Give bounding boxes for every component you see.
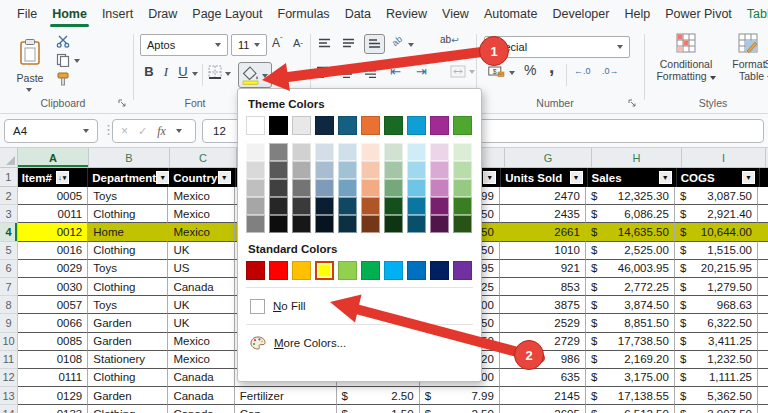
cell-item[interactable]: 0011: [18, 205, 88, 223]
fill-color-dropdown-chevron[interactable]: [262, 74, 268, 78]
ribbon-tab[interactable]: Developer: [550, 3, 611, 25]
standard-color-swatch[interactable]: [269, 261, 288, 280]
cell-cogs[interactable]: $6,322.50: [675, 314, 758, 332]
cell-country[interactable]: UK: [168, 314, 234, 332]
cell-units[interactable]: 3875: [500, 296, 586, 314]
ribbon-tab[interactable]: View: [440, 3, 471, 25]
cell-item[interactable]: 0085: [18, 333, 88, 351]
theme-variant-swatch[interactable]: [453, 161, 472, 179]
theme-variant-swatch[interactable]: [315, 179, 334, 197]
header-cell-units[interactable]: Units Sold ▼: [501, 168, 587, 187]
theme-variant-swatch[interactable]: [315, 161, 334, 179]
row-header[interactable]: 10: [0, 333, 18, 351]
cell-department[interactable]: Toys: [88, 187, 168, 205]
row-header[interactable]: 9: [0, 314, 18, 332]
header-cell-item[interactable]: Item# ↓▾: [18, 168, 88, 187]
grow-font-button[interactable]: Aˆ: [272, 36, 283, 50]
underline-dropdown-chevron[interactable]: [192, 72, 198, 76]
header-cell-country[interactable]: Country ▼: [169, 168, 235, 187]
ribbon-tab[interactable]: Draw: [146, 3, 179, 25]
cell-sales[interactable]: $12,325.30: [586, 187, 675, 205]
bold-button[interactable]: B: [142, 64, 156, 79]
cell-units[interactable]: 1010: [500, 242, 586, 260]
cell-styles-button-clipped[interactable]: S: [762, 58, 768, 70]
paste-dropdown-chevron[interactable]: [26, 88, 32, 92]
comma-style-button[interactable]: ,: [549, 56, 554, 78]
cell-item[interactable]: 0108: [18, 351, 88, 369]
theme-variant-swatch[interactable]: [430, 197, 449, 215]
cell-item[interactable]: 0057: [18, 296, 88, 314]
cell-item[interactable]: 0005: [18, 187, 88, 205]
cell-units[interactable]: 2470: [500, 187, 586, 205]
merge-dropdown-chevron[interactable]: [469, 70, 475, 74]
row-header[interactable]: 2: [0, 187, 18, 205]
accounting-format-button[interactable]: $: [488, 66, 505, 79]
cell-sales[interactable]: $2,772.25: [586, 278, 675, 296]
cell-units[interactable]: 921: [500, 260, 586, 278]
standard-color-swatch[interactable]: [407, 261, 426, 280]
theme-variant-swatch[interactable]: [430, 215, 449, 233]
cell-units[interactable]: 2729: [500, 333, 586, 351]
theme-color-swatch[interactable]: [384, 116, 403, 135]
cell-department[interactable]: Toys: [88, 296, 168, 314]
cell-units[interactable]: 635: [500, 369, 586, 387]
underline-button[interactable]: U: [177, 64, 189, 79]
theme-variant-swatch[interactable]: [407, 215, 426, 233]
accounting-dropdown-chevron[interactable]: [509, 71, 515, 75]
standard-color-swatch[interactable]: [430, 261, 449, 280]
filter-icon[interactable]: ▼: [483, 171, 496, 184]
cell-country[interactable]: Mexico: [168, 187, 234, 205]
cell-department[interactable]: Clothing: [88, 242, 168, 260]
cell-units[interactable]: 2529: [500, 314, 586, 332]
ribbon-tab[interactable]: Review: [384, 3, 429, 25]
cell-cogs[interactable]: $1,111.25: [675, 369, 758, 387]
cell-department[interactable]: Stationery: [88, 351, 168, 369]
paste-button[interactable]: [10, 32, 50, 72]
cell-units[interactable]: 2435: [500, 205, 586, 223]
ribbon-tab[interactable]: Help: [622, 3, 652, 25]
ribbon-tab[interactable]: Data: [343, 3, 373, 25]
cell-country[interactable]: Mexico: [168, 333, 234, 351]
cell-country[interactable]: UK: [168, 296, 234, 314]
theme-variant-swatch[interactable]: [430, 143, 449, 161]
theme-variant-swatch[interactable]: [269, 197, 288, 215]
cell-department[interactable]: Home: [88, 223, 168, 241]
cell-cogs[interactable]: $3,411.25: [675, 333, 758, 351]
cut-button[interactable]: [56, 35, 70, 48]
fill-color-button[interactable]: [238, 62, 272, 88]
sort-filter-icon[interactable]: ↓▾: [56, 171, 69, 184]
theme-variant-swatch[interactable]: [269, 179, 288, 197]
name-box[interactable]: A4: [4, 119, 98, 143]
header-cell-cogs[interactable]: COGS ▼: [677, 168, 760, 187]
theme-variant-swatch[interactable]: [361, 179, 380, 197]
ribbon-tab[interactable]: Home: [50, 3, 89, 25]
cancel-icon[interactable]: ×: [121, 124, 128, 138]
cell-country[interactable]: Mexico: [168, 223, 234, 241]
cell-department[interactable]: Clothing: [88, 205, 168, 223]
cell-cogs[interactable]: $3,087.50: [675, 187, 758, 205]
borders-dropdown-chevron[interactable]: [225, 72, 231, 76]
cell-item[interactable]: 0016: [18, 242, 88, 260]
filter-icon[interactable]: ▼: [156, 171, 169, 184]
cell-product[interactable]: Cap: [235, 405, 337, 413]
cell-country[interactable]: Canada: [168, 278, 234, 296]
theme-variant-swatch[interactable]: [384, 197, 403, 215]
row-header[interactable]: 11: [0, 351, 18, 369]
theme-color-swatch[interactable]: [407, 116, 426, 135]
row-header[interactable]: 14: [0, 405, 18, 413]
cell-units[interactable]: 853: [500, 278, 586, 296]
theme-variant-swatch[interactable]: [361, 143, 380, 161]
increase-indent-button[interactable]: ⇥: [416, 64, 427, 79]
format-painter-button[interactable]: [56, 72, 70, 86]
cell-cogs[interactable]: $10,644.00: [675, 223, 758, 241]
theme-variant-swatch[interactable]: [246, 215, 265, 233]
row-header[interactable]: 4: [0, 223, 18, 241]
cell-sales[interactable]: $2,525.00: [586, 242, 675, 260]
column-header[interactable]: C: [170, 148, 237, 167]
theme-variant-swatch[interactable]: [453, 197, 472, 215]
cell-price[interactable]: $2.50: [420, 405, 500, 413]
cell-cogs[interactable]: $968.63: [675, 296, 758, 314]
cell-department[interactable]: Garden: [88, 333, 168, 351]
theme-variant-swatch[interactable]: [292, 143, 311, 161]
theme-color-swatch[interactable]: [430, 116, 449, 135]
